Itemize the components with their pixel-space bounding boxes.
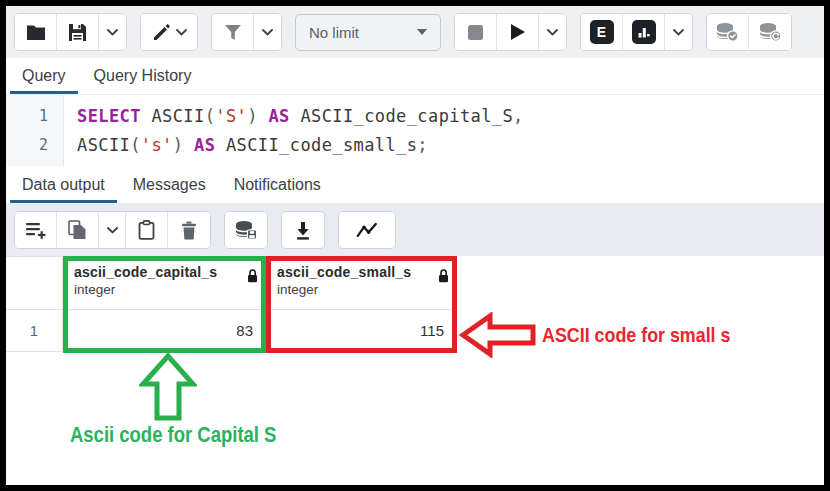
transaction-button-group	[706, 13, 792, 51]
tab-query-label: Query	[22, 67, 66, 85]
pgadmin-query-tool-window: No limit E	[0, 0, 830, 491]
tab-query[interactable]: Query	[8, 58, 80, 94]
execute-button-group	[454, 13, 567, 51]
red-annotation-label: ASCII code for small s	[542, 323, 730, 347]
copy-icon	[68, 220, 87, 240]
filter-button-group	[211, 13, 282, 51]
chevron-down-icon	[107, 29, 118, 36]
paste-icon	[138, 220, 155, 240]
tab-messages[interactable]: Messages	[119, 166, 220, 203]
delete-icon	[181, 221, 197, 240]
add-row-button[interactable]	[15, 212, 57, 248]
cell-ascii-code-small-s[interactable]: 115	[266, 310, 457, 352]
row-limit-select[interactable]: No limit	[295, 14, 441, 51]
lock-icon	[438, 269, 449, 287]
execute-menu-button[interactable]	[539, 14, 566, 50]
row-number-header[interactable]	[6, 256, 63, 310]
filter-menu-button[interactable]	[254, 14, 281, 50]
edit-icon	[152, 23, 171, 42]
query-tabs: Query Query History	[6, 58, 824, 95]
column-header-ascii-code-small-s[interactable]: ascii_code_small_s integer	[266, 256, 457, 310]
delete-button[interactable]	[168, 212, 210, 248]
stop-icon	[468, 25, 483, 40]
copy-menu-button[interactable]	[99, 212, 126, 248]
column-type: integer	[74, 282, 239, 297]
filter-icon	[224, 24, 242, 41]
select-caret-icon	[417, 29, 427, 35]
rollback-icon	[759, 22, 782, 42]
tab-notifications[interactable]: Notifications	[220, 166, 335, 203]
graph-button-group	[338, 211, 396, 249]
open-file-button[interactable]	[15, 14, 57, 50]
chevron-down-icon	[547, 29, 558, 36]
save-icon	[68, 23, 87, 42]
filter-button[interactable]	[212, 14, 254, 50]
editor-code[interactable]: SELECT ASCII('S') AS ASCII_code_capital_…	[64, 95, 824, 166]
tab-query-history-label: Query History	[94, 67, 192, 85]
download-button-group	[281, 211, 325, 249]
paste-button[interactable]	[126, 212, 168, 248]
save-data-button-group	[224, 211, 268, 249]
tab-data-output-label: Data output	[22, 176, 105, 194]
row-number[interactable]: 1	[6, 310, 63, 352]
rollback-button[interactable]	[749, 14, 791, 50]
execute-icon	[510, 23, 526, 41]
save-menu-button[interactable]	[99, 14, 126, 50]
sql-editor[interactable]: 12 SELECT ASCII('S') AS ASCII_code_capit…	[6, 95, 824, 166]
stop-button[interactable]	[455, 14, 497, 50]
save-data-button[interactable]	[225, 212, 267, 248]
explain-button[interactable]: E	[581, 14, 623, 50]
save-data-icon	[235, 220, 258, 240]
chevron-down-icon	[262, 29, 273, 36]
results-grid: ascii_code_capital_s integer ascii_code_…	[6, 256, 457, 352]
results-data-row: 1 83 115	[6, 310, 457, 352]
explain-button-group: E	[580, 13, 693, 51]
tab-query-history[interactable]: Query History	[80, 58, 206, 94]
commit-button[interactable]	[707, 14, 749, 50]
add-row-icon	[25, 221, 47, 239]
tab-notifications-label: Notifications	[234, 176, 321, 194]
chevron-down-icon	[673, 29, 684, 36]
file-button-group	[14, 13, 127, 51]
column-name: ascii_code_capital_s	[74, 264, 239, 280]
commit-icon	[716, 22, 739, 42]
chevron-down-icon	[107, 227, 118, 234]
column-header-ascii-code-capital-s[interactable]: ascii_code_capital_s integer	[63, 256, 266, 310]
execute-button[interactable]	[497, 14, 539, 50]
green-up-arrow	[139, 353, 197, 421]
results-toolbar	[6, 204, 824, 256]
graph-icon	[356, 222, 379, 238]
results-header-row: ascii_code_capital_s integer ascii_code_…	[6, 256, 457, 310]
tab-messages-label: Messages	[133, 176, 206, 194]
column-name: ascii_code_small_s	[277, 264, 430, 280]
download-icon	[294, 221, 312, 240]
column-type: integer	[277, 282, 430, 297]
edit-data-button-group	[14, 211, 211, 249]
explain-analyze-button[interactable]	[623, 14, 665, 50]
explain-icon: E	[590, 20, 614, 44]
lock-icon	[247, 269, 258, 287]
row-limit-value: No limit	[309, 24, 359, 41]
cell-ascii-code-capital-s[interactable]: 83	[63, 310, 266, 352]
editor-gutter: 12	[6, 95, 64, 166]
chevron-down-icon	[176, 29, 187, 36]
tab-data-output[interactable]: Data output	[8, 166, 119, 203]
explain-analyze-icon	[632, 20, 656, 44]
copy-button[interactable]	[57, 212, 99, 248]
red-left-arrow	[459, 312, 537, 358]
output-tabs: Data output Messages Notifications	[6, 166, 824, 204]
graph-visualiser-button[interactable]	[339, 212, 395, 248]
edit-menu-button[interactable]	[141, 14, 197, 50]
green-annotation-label: Ascii code for Capital S	[70, 422, 276, 448]
open-file-icon	[26, 24, 46, 41]
query-toolbar: No limit E	[6, 6, 824, 58]
download-button[interactable]	[282, 212, 324, 248]
edit-button-group	[140, 13, 198, 51]
save-button[interactable]	[57, 14, 99, 50]
explain-menu-button[interactable]	[665, 14, 692, 50]
